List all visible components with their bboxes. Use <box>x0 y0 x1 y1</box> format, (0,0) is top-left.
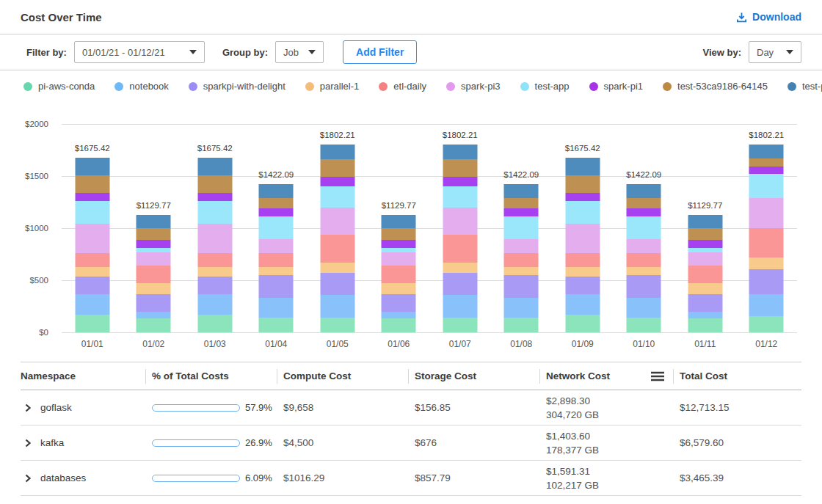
bar-segment-test-app[interactable] <box>443 186 477 208</box>
bar-segment-etl-daily[interactable] <box>75 253 109 267</box>
bar-segment-notebook[interactable] <box>443 295 477 318</box>
bar-segment-pi-aws-conda[interactable] <box>688 318 722 332</box>
bar-segment-test-pkix[interactable] <box>259 184 294 198</box>
bar-segment-sparkpi-with-delight[interactable] <box>688 294 722 312</box>
chevron-right-icon[interactable] <box>23 439 32 448</box>
bar-segment-test-pkix[interactable] <box>382 215 416 228</box>
bar-segment-test-53ca9186-64145[interactable] <box>137 228 171 240</box>
bar-segment-test-53ca9186-64145[interactable] <box>688 228 722 240</box>
bar-segment-sparkpi-with-delight[interactable] <box>259 275 294 297</box>
bar-segment-notebook[interactable] <box>627 298 661 318</box>
bar-stack[interactable] <box>504 184 539 332</box>
bar-segment-spark-pi3[interactable] <box>565 224 600 253</box>
bar-segment-pi-aws-conda[interactable] <box>627 318 661 332</box>
bar-segment-pi-aws-conda[interactable] <box>197 315 232 332</box>
bar-segment-spark-pi3[interactable] <box>197 224 232 253</box>
bar-segment-spark-pi1[interactable] <box>443 177 477 186</box>
bar-stack[interactable] <box>320 145 354 332</box>
bar-segment-spark-pi1[interactable] <box>197 193 232 200</box>
bar-stack[interactable] <box>382 215 416 332</box>
bar-segment-notebook[interactable] <box>504 298 539 318</box>
bar-segment-notebook[interactable] <box>565 294 600 315</box>
bar-segment-parallel-1[interactable] <box>197 267 232 277</box>
bar-segment-parallel-1[interactable] <box>565 267 600 277</box>
bar-segment-etl-daily[interactable] <box>197 253 232 267</box>
bar-segment-test-53ca9186-64145[interactable] <box>565 175 600 193</box>
bar-stack[interactable] <box>749 145 784 332</box>
bar-segment-spark-pi3[interactable] <box>320 208 354 235</box>
bar-segment-test-53ca9186-64145[interactable] <box>320 159 354 177</box>
bar-segment-parallel-1[interactable] <box>137 283 171 294</box>
bar-segment-sparkpi-with-delight[interactable] <box>320 273 354 295</box>
bar-segment-etl-daily[interactable] <box>382 266 416 282</box>
bar-segment-sparkpi-with-delight[interactable] <box>504 275 539 297</box>
bar-segment-test-pkix[interactable] <box>688 215 722 228</box>
bar-stack[interactable] <box>443 145 477 332</box>
bar-segment-test-53ca9186-64145[interactable] <box>75 175 109 193</box>
download-button[interactable]: Download <box>736 11 801 23</box>
bar-segment-spark-pi3[interactable] <box>688 252 722 266</box>
bar-segment-etl-daily[interactable] <box>259 253 294 267</box>
legend-item-spark-pi3[interactable]: spark-pi3 <box>446 81 500 92</box>
bar-segment-sparkpi-with-delight[interactable] <box>749 269 784 294</box>
bar-segment-parallel-1[interactable] <box>259 267 294 276</box>
bar-segment-test-pkix[interactable] <box>627 184 661 198</box>
bar-segment-test-53ca9186-64145[interactable] <box>504 198 539 208</box>
legend-item-notebook[interactable]: notebook <box>114 81 169 92</box>
bar-segment-test-app[interactable] <box>627 216 661 239</box>
column-menu-icon[interactable] <box>650 370 666 382</box>
bar-stack[interactable] <box>565 158 600 332</box>
bar-segment-etl-daily[interactable] <box>504 253 539 267</box>
bar-segment-test-53ca9186-64145[interactable] <box>443 159 477 177</box>
bar-segment-sparkpi-with-delight[interactable] <box>627 275 661 297</box>
bar-segment-spark-pi3[interactable] <box>75 224 109 253</box>
bar-segment-notebook[interactable] <box>137 312 171 318</box>
bar-segment-pi-aws-conda[interactable] <box>259 318 294 332</box>
bar-segment-test-pkix[interactable] <box>137 215 171 228</box>
bar-segment-spark-pi3[interactable] <box>443 208 477 235</box>
bar-segment-test-app[interactable] <box>565 201 600 224</box>
bar-segment-notebook[interactable] <box>197 294 232 315</box>
legend-item-test-pkix[interactable]: test-pkix <box>788 81 822 92</box>
bar-segment-etl-daily[interactable] <box>565 253 600 267</box>
bar-stack[interactable] <box>75 158 109 332</box>
bar-segment-etl-daily[interactable] <box>320 235 354 263</box>
bar-segment-pi-aws-conda[interactable] <box>443 318 477 332</box>
legend-item-etl-daily[interactable]: etl-daily <box>379 81 426 92</box>
bar-segment-notebook[interactable] <box>749 294 784 317</box>
bar-segment-parallel-1[interactable] <box>75 267 109 277</box>
chevron-right-icon[interactable] <box>23 403 32 412</box>
bar-segment-pi-aws-conda[interactable] <box>565 315 600 332</box>
legend-item-sparkpi-with-delight[interactable]: sparkpi-with-delight <box>189 81 285 92</box>
bar-segment-pi-aws-conda[interactable] <box>382 318 416 332</box>
bar-stack[interactable] <box>627 184 661 332</box>
bar-segment-sparkpi-with-delight[interactable] <box>75 277 109 294</box>
legend-item-pi-aws-conda[interactable]: pi-aws-conda <box>23 81 95 92</box>
bar-segment-test-53ca9186-64145[interactable] <box>197 175 232 193</box>
bar-segment-spark-pi3[interactable] <box>137 252 171 266</box>
bar-segment-test-pkix[interactable] <box>197 158 232 175</box>
bar-segment-test-app[interactable] <box>75 201 109 224</box>
bar-stack[interactable] <box>197 158 232 332</box>
bar-segment-notebook[interactable] <box>259 298 294 318</box>
group-by-select[interactable]: Job <box>275 41 324 63</box>
bar-segment-etl-daily[interactable] <box>443 235 477 263</box>
bar-segment-etl-daily[interactable] <box>749 228 784 257</box>
bar-segment-test-pkix[interactable] <box>749 145 784 158</box>
bar-segment-etl-daily[interactable] <box>627 253 661 267</box>
legend-item-spark-pi1[interactable]: spark-pi1 <box>589 81 643 92</box>
bar-segment-notebook[interactable] <box>382 312 416 318</box>
bar-segment-etl-daily[interactable] <box>137 266 171 282</box>
legend-item-parallel-1[interactable]: parallel-1 <box>305 81 359 92</box>
bar-segment-test-pkix[interactable] <box>75 158 109 175</box>
bar-segment-parallel-1[interactable] <box>749 258 784 269</box>
bar-segment-pi-aws-conda[interactable] <box>320 318 354 332</box>
bar-segment-spark-pi3[interactable] <box>382 252 416 266</box>
bar-segment-spark-pi1[interactable] <box>382 240 416 248</box>
bar-segment-pi-aws-conda[interactable] <box>137 318 171 332</box>
bar-segment-notebook[interactable] <box>75 294 109 315</box>
bar-segment-spark-pi1[interactable] <box>504 208 539 216</box>
bar-segment-parallel-1[interactable] <box>443 263 477 273</box>
add-filter-button[interactable]: Add Filter <box>343 40 417 64</box>
bar-segment-sparkpi-with-delight[interactable] <box>382 294 416 312</box>
